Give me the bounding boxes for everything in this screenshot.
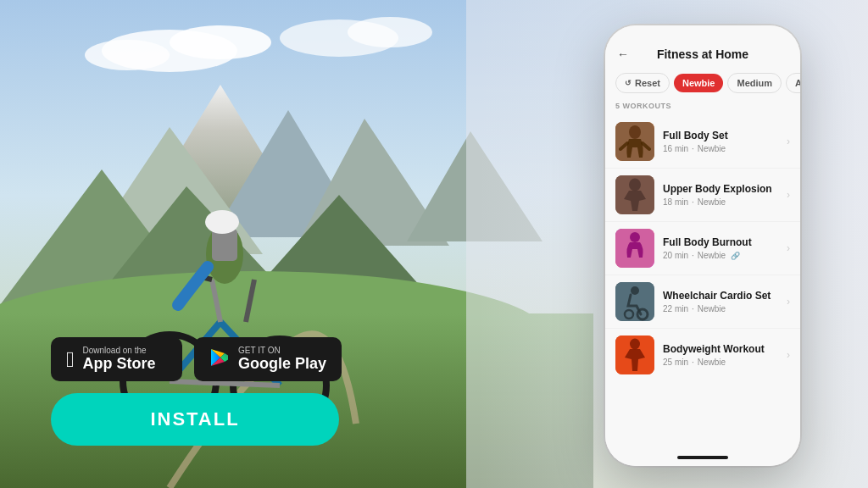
advance-label: Advance xyxy=(795,78,800,88)
workout-level: Newbie xyxy=(698,251,726,260)
main-scene:  Download on the App Store xyxy=(0,0,868,488)
phone-header: ← Fitness at Home xyxy=(605,41,800,66)
workout-level: Newbie xyxy=(698,144,726,153)
workout-name: Wheelchair Cardio Set xyxy=(663,290,778,303)
screen-title: Fitness at Home xyxy=(657,47,748,61)
reset-label: Reset xyxy=(635,78,660,88)
workout-meta: 20 min · Newbie 🔗 xyxy=(663,251,778,260)
workout-item[interactable]: Upper Body Explosion 18 min · Newbie › xyxy=(605,169,800,222)
workout-duration: 25 min xyxy=(663,358,688,367)
workout-item[interactable]: Full Body Set 16 min · Newbie › xyxy=(605,115,800,169)
workout-thumbnail xyxy=(615,175,654,214)
filter-medium[interactable]: Medium xyxy=(727,73,782,93)
workout-name: Upper Body Explosion xyxy=(663,183,778,197)
filter-tabs: ↺ Reset Newbie Medium Advance xyxy=(605,66,800,100)
svg-point-39 xyxy=(629,179,641,191)
workout-info: Upper Body Explosion 18 min · Newbie xyxy=(663,183,778,208)
workout-name: Full Body Set xyxy=(663,130,778,143)
phone-mockup: ← Fitness at Home ↺ Reset Newbie Medium … xyxy=(605,25,800,466)
filter-advance[interactable]: Advance xyxy=(786,73,800,93)
separator: · xyxy=(692,144,694,153)
workout-name: Full Body Burnout xyxy=(663,236,778,250)
svg-point-43 xyxy=(631,286,639,295)
svg-point-28 xyxy=(205,210,239,234)
separator: · xyxy=(692,197,694,207)
chevron-right-icon: › xyxy=(787,189,790,201)
workout-info: Wheelchair Cardio Set 22 min · Newbie xyxy=(663,290,778,314)
svg-point-2 xyxy=(170,25,271,59)
separator: · xyxy=(692,358,694,367)
chevron-right-icon: › xyxy=(787,242,790,254)
google-play-icon xyxy=(209,347,230,371)
separator: · xyxy=(692,304,694,313)
back-button[interactable]: ← xyxy=(617,47,629,61)
workout-duration: 18 min xyxy=(663,197,688,207)
workout-info: Bodyweight Workout 25 min · Newbie xyxy=(663,343,778,368)
svg-point-47 xyxy=(630,339,640,350)
newbie-label: Newbie xyxy=(682,78,715,88)
workout-level: Newbie xyxy=(698,304,726,313)
workout-item[interactable]: Wheelchair Cardio Set 22 min · Newbie › xyxy=(605,275,800,329)
svg-point-5 xyxy=(348,17,432,47)
workout-level: Newbie xyxy=(698,197,726,207)
workout-level: Newbie xyxy=(698,358,726,367)
workout-duration: 22 min xyxy=(663,304,688,313)
home-indicator xyxy=(677,456,728,459)
apple-icon:  xyxy=(66,348,75,370)
app-store-text: Download on the App Store xyxy=(83,346,156,373)
filter-newbie[interactable]: Newbie xyxy=(674,74,724,92)
reset-icon: ↺ xyxy=(625,79,632,87)
workout-info: Full Body Burnout 20 min · Newbie 🔗 xyxy=(663,236,778,261)
app-store-button[interactable]:  Download on the App Store xyxy=(51,337,182,381)
chevron-right-icon: › xyxy=(787,296,790,308)
google-play-text: GET IT ON Google Play xyxy=(238,346,326,373)
workout-meta: 22 min · Newbie xyxy=(663,304,778,313)
install-button[interactable]: INSTALL xyxy=(51,393,339,446)
workout-item[interactable]: Bodyweight Workout 25 min · Newbie › xyxy=(605,329,800,381)
google-play-main-label: Google Play xyxy=(238,356,326,373)
workout-meta: 16 min · Newbie xyxy=(663,144,778,153)
medium-label: Medium xyxy=(737,78,772,88)
lock-icon: 🔗 xyxy=(731,252,740,260)
workout-thumbnail xyxy=(615,229,654,268)
svg-point-41 xyxy=(630,232,640,242)
workout-item[interactable]: Full Body Burnout 20 min · Newbie 🔗 › xyxy=(605,222,800,275)
workout-meta: 18 min · Newbie xyxy=(663,197,778,207)
svg-point-35 xyxy=(629,125,641,139)
workout-list: Full Body Set 16 min · Newbie › xyxy=(605,115,800,449)
app-store-main-label: App Store xyxy=(83,356,156,373)
workout-count: 5 WORKOUTS xyxy=(605,100,800,115)
store-buttons-group:  Download on the App Store xyxy=(51,337,342,381)
chevron-right-icon: › xyxy=(787,136,790,147)
workout-duration: 16 min xyxy=(663,144,688,153)
workout-info: Full Body Set 16 min · Newbie xyxy=(663,130,778,154)
chevron-right-icon: › xyxy=(787,349,790,361)
workout-meta: 25 min · Newbie xyxy=(663,358,778,367)
separator: · xyxy=(692,251,694,260)
workout-thumbnail xyxy=(615,336,654,374)
workout-duration: 20 min xyxy=(663,251,688,260)
left-content-area:  Download on the App Store xyxy=(51,337,342,446)
filter-reset[interactable]: ↺ Reset xyxy=(615,73,670,93)
workout-thumbnail xyxy=(615,122,654,161)
workout-thumbnail xyxy=(615,282,654,321)
workout-name: Bodyweight Workout xyxy=(663,343,778,357)
svg-point-3 xyxy=(85,40,170,70)
google-play-button[interactable]: GET IT ON Google Play xyxy=(194,337,342,381)
phone-screen: ← Fitness at Home ↺ Reset Newbie Medium … xyxy=(605,25,800,466)
